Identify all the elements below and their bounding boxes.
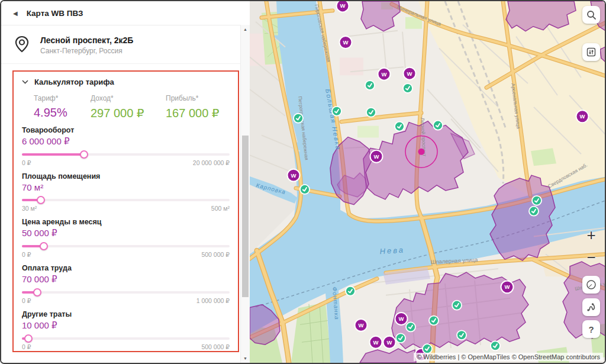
slider-rent: Цена аренды в месяц 50 000 ₽ 0 ₽500 000 … [22,218,230,258]
available-location-marker[interactable] [529,207,539,216]
wb-pickup-marker[interactable]: W [355,319,368,331]
location-block: Лесной проспект, 2к2Б Санкт-Петербург, Р… [1,25,250,64]
slider-handle[interactable] [33,288,41,297]
help-button[interactable]: ? [582,320,600,338]
available-location-marker[interactable] [332,107,341,116]
slider-min: 0 ₽ [22,343,31,350]
scrollbar-thumb[interactable] [242,136,249,297]
svg-text:W: W [399,315,404,322]
available-location-marker[interactable] [429,316,439,326]
svg-text:W: W [382,71,387,78]
zoom-out-button[interactable]: − [582,249,600,266]
slider-handle[interactable] [40,242,48,250]
svg-text:W: W [373,339,379,346]
svg-text:W: W [407,70,412,77]
slider-handle[interactable] [24,334,33,343]
wb-pickup-marker[interactable]: W [576,110,589,123]
zoom-in-button[interactable]: + [582,226,600,244]
stat-value: 4.95% [34,106,91,120]
slider-label: Другие траты [22,310,230,318]
wb-pickup-marker[interactable]: W [383,336,396,349]
slider-min: 0 ₽ [22,297,31,304]
available-location-marker[interactable] [346,286,355,296]
available-location-marker[interactable] [532,196,541,205]
calculator-title: Калькулятор тарифа [34,78,114,86]
available-location-marker[interactable] [433,121,443,130]
slider-area: Площадь помещения 70 м² 30 м²500 м² [22,172,230,212]
filter-button[interactable] [582,43,600,61]
wb-pickup-marker[interactable]: W [378,68,391,80]
slider-handle[interactable] [80,150,88,159]
app-window: ◀ Карта WB ПВЗ Лесной проспект, 2к2Б Сан… [0,0,606,364]
slider-value: 6 000 000 ₽ [22,136,230,147]
route-button[interactable] [582,298,600,316]
available-location-marker[interactable] [403,83,412,93]
back-icon[interactable]: ◀ [13,10,18,17]
slider-track[interactable] [22,196,230,204]
search-icon [586,10,597,20]
slider-track[interactable] [22,150,230,159]
slider-track[interactable] [22,288,230,297]
available-location-marker[interactable] [365,80,375,90]
map-panel: Большая НевкаНеваФонтанкаКарповкаПетрогр… [250,1,605,363]
chevron-down-icon [22,80,28,84]
slider-labor: Оплата труда 70 000 ₽ 0 ₽1 000 000 ₽ [22,264,230,304]
svg-text:W: W [505,284,510,290]
slider-min: 0 ₽ [22,251,31,258]
slider-max: 20 000 000 ₽ [193,159,230,166]
slider-track[interactable] [22,334,230,343]
available-location-marker[interactable] [452,301,462,310]
slider-label: Товарооборот [22,126,230,134]
wb-pickup-marker[interactable]: W [288,169,300,182]
wb-pickup-marker[interactable]: W [404,67,416,80]
available-location-marker[interactable] [366,108,376,117]
compass-button[interactable] [582,276,600,294]
slider-label: Оплата труда [22,264,230,272]
map-label: Нева [379,245,405,256]
slider-value: 70 000 ₽ [22,274,230,285]
wb-pickup-marker[interactable]: W [340,36,352,49]
available-location-marker[interactable] [396,333,405,343]
calculator-header[interactable]: Калькулятор тарифа [22,78,230,86]
scroll-up-icon[interactable]: ▲ [241,27,250,31]
location-title: Лесной проспект, 2к2Б [40,36,133,45]
available-location-marker[interactable] [300,185,310,194]
svg-text:W: W [387,339,392,346]
stat-label: Прибыль* [166,94,220,102]
slider-track[interactable] [22,242,230,250]
wb-pickup-marker[interactable]: W [337,1,349,12]
slider-value: 10 000 ₽ [22,320,230,331]
slider-label: Цена аренды в месяц [22,218,230,226]
available-location-marker[interactable] [395,122,404,131]
slider-turnover: Товарооборот 6 000 000 ₽ 0 ₽20 000 000 ₽ [22,126,230,166]
svg-text:W: W [359,322,364,328]
slider-other: Другие траты 10 000 ₽ 0 ₽500 000 ₽ [22,310,230,350]
available-location-marker[interactable] [457,330,466,340]
slider-handle[interactable] [37,196,45,204]
slider-max: 500 м² [211,205,230,212]
wb-pickup-marker[interactable]: W [370,336,382,349]
stat-income: Доход* 297 000 ₽ [91,94,166,120]
stat-profit: Прибыль* 167 000 ₽ [166,94,220,120]
available-location-marker[interactable] [423,344,432,353]
route-icon [586,302,597,313]
stat-label: Доход* [91,94,166,102]
search-button[interactable] [582,6,600,24]
sidebar-scrollbar[interactable]: ▲ ▼ [240,25,250,363]
calculator-highlight: Калькулятор тарифа Тариф* 4.95% Доход* 2… [12,70,239,352]
scroll-down-icon[interactable]: ▼ [241,356,250,360]
slider-value: 70 м² [22,182,230,192]
available-location-marker[interactable] [406,322,415,331]
wb-pickup-marker[interactable]: W [501,281,514,293]
wb-pickup-marker[interactable]: W [395,313,408,325]
sidebar: ◀ Карта WB ПВЗ Лесной проспект, 2к2Б Сан… [1,1,250,363]
page-title: Карта WB ПВЗ [27,9,83,18]
map-canvas[interactable]: Большая НевкаНеваФонтанкаКарповкаПетрогр… [250,1,605,363]
available-location-marker[interactable] [491,341,500,350]
available-location-marker[interactable] [294,114,303,123]
sliders-icon [586,47,596,57]
slider-min: 0 ₽ [22,159,31,166]
wb-pickup-marker[interactable]: W [370,150,383,163]
selected-point-dot[interactable] [418,149,425,155]
location-subtitle: Санкт-Петербург, Россия [40,47,133,55]
